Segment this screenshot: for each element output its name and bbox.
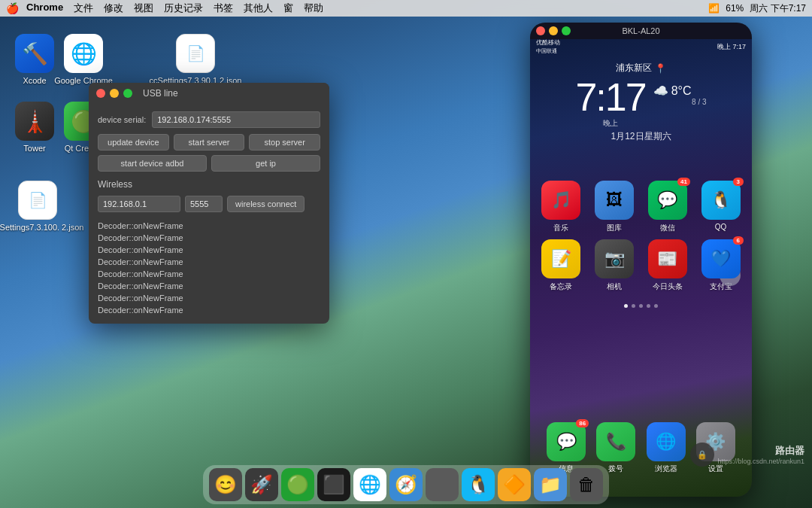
dock-divider — [426, 468, 459, 501]
maximize-button[interactable] — [123, 89, 132, 98]
phone-app-notes[interactable]: 📝 备忘录 — [539, 239, 583, 292]
start-device-adbd-button[interactable]: start device adbd — [98, 155, 207, 172]
start-server-button[interactable]: start server — [174, 134, 245, 151]
watermark-logo: 🔒 — [690, 443, 714, 467]
toutiao-label: 今日头条 — [653, 281, 683, 292]
menu-history[interactable]: 历史记录 — [164, 2, 203, 15]
music-label: 音乐 — [553, 223, 568, 233]
phone-app-camera[interactable]: 📷 相机 — [592, 239, 637, 292]
watermark-subtext: https://blog.csdn.net/rankun1 — [717, 458, 804, 465]
dock-app-browser[interactable]: 🌐 浏览器 — [647, 422, 686, 474]
qq-label: QQ — [715, 223, 727, 231]
log-line: Decoder::onNewFrame — [98, 280, 320, 292]
tower-icon: 🗼 — [15, 102, 54, 141]
update-device-button[interactable]: update device — [98, 134, 169, 151]
dock-safari[interactable]: 🧭 — [389, 468, 423, 501]
desktop-icon-ccsettings[interactable]: 📄 ccSettings7.3.90.1 2.json — [165, 34, 226, 85]
menubar-right: 📶 61% 周六 下午7:17 — [708, 2, 806, 15]
messages-badge: 86 — [576, 419, 589, 427]
dock-launchpad[interactable]: 🚀 — [245, 468, 278, 501]
dock-vlc[interactable]: 🔶 — [498, 468, 531, 501]
apple-logo-icon: 🍎 — [6, 2, 19, 14]
dock-qt[interactable]: 🟢 — [281, 468, 314, 501]
menu-edit[interactable]: 修改 — [104, 2, 123, 15]
watermark-text: 路由器 — [717, 444, 804, 458]
phone-app-toutiao[interactable]: 📰 今日头条 — [646, 239, 690, 292]
wireless-port-input[interactable] — [185, 196, 223, 212]
menu-file[interactable]: 文件 — [74, 2, 93, 15]
menu-window[interactable]: 窗 — [283, 2, 293, 15]
dock-folder[interactable]: 📁 — [534, 468, 567, 501]
qq-icon: 🐧 3 — [701, 181, 741, 220]
button-row-2: start device adbd get ip — [98, 155, 320, 172]
phone-clock-display: 7:17 — [575, 78, 645, 117]
wireless-row: wireless connect — [98, 196, 320, 212]
wireless-connect-button[interactable]: wireless connect — [227, 196, 304, 212]
phone-app-gallery[interactable]: 🖼 图库 — [592, 181, 637, 233]
desktop-icon-settings-file[interactable]: 📄 ccSettings7.3.100. 2.json — [8, 181, 68, 232]
log-area: Decoder::onNewFrame Decoder::onNewFrame … — [98, 220, 320, 316]
log-line: Decoder::onNewFrame — [98, 256, 320, 268]
music-icon: 🎵 — [541, 181, 580, 220]
phone-apps-grid-row2: 📝 备忘录 📷 相机 📰 今日头条 💙 6 支付宝 — [530, 239, 752, 298]
menu-others[interactable]: 其他人 — [244, 2, 273, 15]
phone-close-button[interactable] — [536, 26, 545, 35]
wireless-section: Wireless wireless connect — [98, 179, 320, 212]
alipay-badge: 6 — [733, 236, 744, 245]
phone-carrier: 优酷移动 中国联通 — [536, 39, 560, 55]
toutiao-icon: 📰 — [648, 239, 687, 278]
phone-window-traffic-lights — [536, 26, 571, 35]
notes-label: 备忘录 — [550, 281, 572, 292]
phone-time-sub: 晚上 — [575, 118, 645, 129]
battery-indicator: 61% — [726, 3, 744, 14]
window-content: device serial: update device start serve… — [89, 104, 329, 324]
phone-app-qq[interactable]: 🐧 3 QQ — [698, 181, 743, 233]
gallery-icon: 🖼 — [595, 181, 634, 220]
minimize-button[interactable] — [110, 89, 119, 98]
qq-badge: 3 — [733, 178, 744, 186]
log-line: Decoder::onNewFrame — [98, 244, 320, 256]
button-row-1: update device start server stop server — [98, 134, 320, 151]
camera-label: 相机 — [607, 281, 622, 292]
phone-app-wechat[interactable]: 💬 41 微信 — [646, 181, 690, 233]
menu-view[interactable]: 视图 — [134, 2, 153, 15]
phone-weather: ☁️ 8°C — [653, 84, 707, 98]
menu-app-name[interactable]: Chrome — [26, 2, 63, 15]
dock-terminal[interactable]: ⬛ — [317, 468, 350, 501]
get-ip-button[interactable]: get ip — [211, 155, 320, 172]
dock-chrome[interactable]: 🌐 — [353, 468, 386, 501]
close-button[interactable] — [96, 89, 105, 98]
menu-bookmarks[interactable]: 书签 — [214, 2, 233, 15]
phone-location: 浦东新区 📍 — [530, 62, 752, 75]
dock-qq[interactable]: 🐧 — [462, 468, 495, 501]
page-dot-4 — [647, 304, 650, 308]
datetime-display: 周六 下午7:17 — [750, 2, 806, 15]
log-line: Decoder::onNewFrame — [98, 304, 320, 316]
phone-app-alipay[interactable]: 💙 6 支付宝 — [698, 239, 743, 292]
log-line: Decoder::onNewFrame — [98, 268, 320, 280]
desktop-icon-chrome[interactable]: 🌐 Google Chrome — [56, 34, 111, 85]
phone-date: 1月12日星期六 — [530, 130, 752, 143]
device-serial-input[interactable] — [152, 111, 320, 128]
notes-icon: 📝 — [541, 239, 580, 278]
log-line: Decoder::onNewFrame — [98, 232, 320, 244]
phone-clock-area: 浦东新区 📍 7:17 晚上 ☁️ 8°C 8 / 3 — [530, 54, 752, 147]
xcode-label: Xcode — [23, 76, 46, 85]
desktop-icon-tower[interactable]: 🗼 Tower — [8, 102, 62, 153]
wechat-icon: 💬 41 — [648, 181, 687, 220]
phone-window: BKL-AL20 优酷移动 中国联通 晚上 7:17 浦东新区 📍 7:1 — [530, 23, 752, 497]
stop-server-button[interactable]: stop server — [249, 134, 320, 151]
log-line: Decoder::onNewFrame — [98, 292, 320, 304]
menu-help[interactable]: 帮助 — [304, 2, 323, 15]
ccsettings-file-icon: 📄 — [176, 34, 215, 73]
page-dot-2 — [632, 304, 635, 308]
dock-trash[interactable]: 🗑 — [570, 468, 603, 501]
phone-weather-range: 8 / 3 — [653, 98, 707, 106]
phone-maximize-button[interactable] — [562, 26, 571, 35]
wireless-ip-input[interactable] — [98, 196, 180, 212]
phone-minimize-button[interactable] — [549, 26, 558, 35]
settings-file-icon: 📄 — [18, 181, 57, 220]
dock-finder[interactable]: 😊 — [209, 468, 242, 501]
phone-window-titlebar: BKL-AL20 — [530, 23, 752, 39]
phone-app-music[interactable]: 🎵 音乐 — [539, 181, 583, 233]
